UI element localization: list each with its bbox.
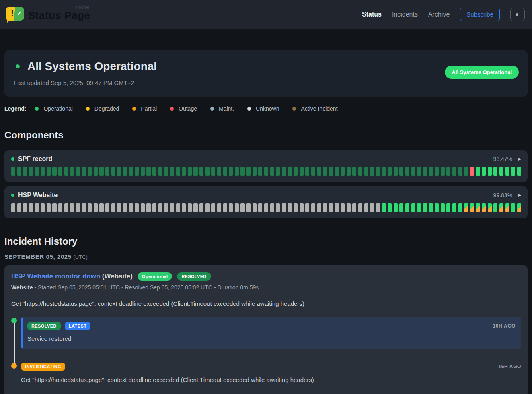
uptime-bar-operational_old[interactable] (288, 167, 292, 176)
uptime-bar-operational[interactable] (441, 203, 445, 212)
uptime-bar-partial[interactable] (482, 203, 486, 212)
uptime-bar-operational_old[interactable] (388, 167, 392, 176)
uptime-bar-unknown[interactable] (311, 203, 315, 212)
uptime-bar-operational_old[interactable] (452, 167, 456, 176)
uptime-bar-unknown[interactable] (258, 203, 262, 212)
uptime-bar-operational_old[interactable] (435, 167, 439, 176)
uptime-bar-operational_old[interactable] (135, 167, 139, 176)
uptime-bar-outage[interactable] (470, 167, 474, 176)
uptime-bar-operational[interactable] (511, 203, 515, 212)
uptime-bar-operational_old[interactable] (235, 167, 239, 176)
uptime-bar-operational[interactable] (452, 203, 456, 212)
uptime-bar-unknown[interactable] (288, 203, 292, 212)
uptime-bar-operational_old[interactable] (417, 167, 421, 176)
uptime-bar-operational_old[interactable] (205, 167, 210, 176)
uptime-bar-operational_old[interactable] (152, 167, 156, 176)
uptime-bar-operational_old[interactable] (99, 167, 103, 176)
uptime-bar-unknown[interactable] (82, 203, 86, 212)
uptime-bar-operational_old[interactable] (294, 167, 298, 176)
uptime-bar-operational_old[interactable] (158, 167, 162, 176)
incident-title-link[interactable]: HSP Website monitor down (11, 272, 100, 280)
uptime-bar-operational[interactable] (411, 203, 415, 212)
brand-logo[interactable]: ! ✓ hosted Status Page (6, 7, 90, 22)
uptime-bar-operational[interactable] (488, 167, 492, 176)
uptime-bar-unknown[interactable] (217, 203, 221, 212)
uptime-bar-operational_old[interactable] (41, 167, 45, 176)
uptime-bar-operational_old[interactable] (405, 167, 409, 176)
uptime-bar-operational[interactable] (382, 203, 386, 212)
uptime-bar-operational_old[interactable] (70, 167, 74, 176)
uptime-bar-partial[interactable] (488, 203, 492, 212)
uptime-bar-operational_old[interactable] (129, 167, 133, 176)
uptime-bar-operational_old[interactable] (29, 167, 33, 176)
uptime-bar-unknown[interactable] (23, 203, 27, 212)
uptime-bar-unknown[interactable] (317, 203, 321, 212)
uptime-bar-operational_old[interactable] (335, 167, 339, 176)
uptime-bar-operational_old[interactable] (347, 167, 351, 176)
uptime-bar-operational[interactable] (511, 167, 515, 176)
uptime-bar-unknown[interactable] (294, 203, 298, 212)
expand-arrow-icon[interactable]: ▶ (518, 157, 521, 161)
uptime-bar-operational_old[interactable] (193, 167, 197, 176)
uptime-bar-operational[interactable] (394, 203, 398, 212)
uptime-bar-operational[interactable] (446, 203, 450, 212)
uptime-bar-operational_old[interactable] (170, 167, 174, 176)
uptime-bar-operational_old[interactable] (240, 167, 244, 176)
uptime-bar-unknown[interactable] (223, 203, 227, 212)
nav-incidents[interactable]: Incidents (392, 11, 418, 18)
uptime-bar-unknown[interactable] (370, 203, 374, 212)
uptime-bar-operational_old[interactable] (411, 167, 415, 176)
uptime-bar-operational_old[interactable] (105, 167, 109, 176)
uptime-bar-operational_old[interactable] (464, 167, 468, 176)
uptime-bar-operational[interactable] (499, 167, 503, 176)
uptime-bar-unknown[interactable] (99, 203, 103, 212)
uptime-bar-unknown[interactable] (176, 203, 180, 212)
uptime-bar-operational_old[interactable] (399, 167, 403, 176)
uptime-bar-operational_old[interactable] (17, 167, 21, 176)
uptime-bar-unknown[interactable] (229, 203, 233, 212)
uptime-bar-unknown[interactable] (47, 203, 51, 212)
uptime-bar-operational_old[interactable] (23, 167, 27, 176)
uptime-bar-operational_old[interactable] (423, 167, 427, 176)
uptime-bar-unknown[interactable] (41, 203, 45, 212)
uptime-bar-unknown[interactable] (52, 203, 56, 212)
uptime-bar-operational_old[interactable] (364, 167, 368, 176)
uptime-bar-partial[interactable] (470, 203, 474, 212)
uptime-bar-unknown[interactable] (117, 203, 121, 212)
uptime-bar-unknown[interactable] (253, 203, 257, 212)
subscribe-button[interactable]: Subscribe (460, 8, 500, 21)
uptime-bar-operational_old[interactable] (123, 167, 127, 176)
uptime-bar-unknown[interactable] (264, 203, 268, 212)
uptime-bar-unknown[interactable] (182, 203, 186, 212)
theme-toggle-button[interactable]: ◐ (510, 8, 525, 21)
uptime-bar-operational_old[interactable] (441, 167, 445, 176)
uptime-bar-operational_old[interactable] (305, 167, 309, 176)
uptime-bar-unknown[interactable] (111, 203, 115, 212)
uptime-bar-operational[interactable] (435, 203, 439, 212)
uptime-bar-unknown[interactable] (335, 203, 339, 212)
uptime-bar-partial[interactable] (499, 203, 503, 212)
uptime-bar-unknown[interactable] (94, 203, 98, 212)
uptime-bar-operational_old[interactable] (300, 167, 304, 176)
uptime-bar-operational_old[interactable] (258, 167, 262, 176)
uptime-bar-operational_old[interactable] (176, 167, 180, 176)
uptime-bar-operational[interactable] (417, 203, 421, 212)
uptime-bar-unknown[interactable] (282, 203, 286, 212)
uptime-bar-operational_old[interactable] (282, 167, 286, 176)
uptime-bar-operational[interactable] (493, 203, 497, 212)
uptime-bar-operational_old[interactable] (276, 167, 280, 176)
uptime-bar-unknown[interactable] (240, 203, 244, 212)
uptime-bar-operational_old[interactable] (246, 167, 251, 176)
uptime-bar-operational_old[interactable] (64, 167, 68, 176)
uptime-bar-operational_old[interactable] (211, 167, 215, 176)
uptime-bar-operational_old[interactable] (182, 167, 186, 176)
uptime-bar-unknown[interactable] (305, 203, 309, 212)
uptime-bar-operational_old[interactable] (35, 167, 39, 176)
uptime-bar-operational_old[interactable] (11, 167, 15, 176)
uptime-bar-operational_old[interactable] (111, 167, 115, 176)
uptime-bar-operational[interactable] (405, 203, 409, 212)
expand-arrow-icon[interactable]: ▶ (518, 193, 521, 197)
uptime-bar-unknown[interactable] (58, 203, 62, 212)
uptime-bar-unknown[interactable] (123, 203, 127, 212)
uptime-bar-unknown[interactable] (129, 203, 133, 212)
